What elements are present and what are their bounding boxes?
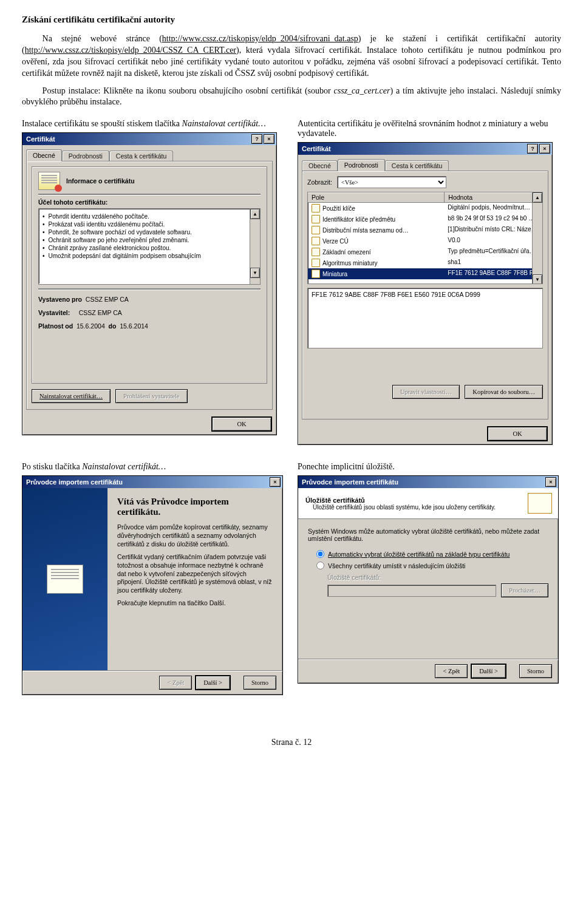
wizard-footer: < Zpět Další > Storno: [22, 670, 282, 695]
issuer-value: CSSZ EMP CA: [79, 309, 122, 316]
cell-value: [1]Distribuční místo CRL: Náze…: [444, 225, 542, 236]
listview-header: Pole Hodnota: [308, 192, 542, 203]
close-button[interactable]: ×: [539, 144, 550, 154]
radio-auto[interactable]: Automaticky vybrat úložiště certifikátů …: [316, 548, 548, 560]
close-button[interactable]: ×: [545, 477, 556, 487]
store-path-input: [327, 585, 496, 597]
page-title: Získání certifikátu certifikační autorit…: [22, 15, 561, 25]
listview-row[interactable]: Algoritmus miniaturysha1: [308, 257, 542, 268]
issuer-row: Vystavitel: CSSZ EMP CA: [38, 309, 261, 316]
field-icon: [312, 259, 320, 267]
cell-field: Použití klíče: [322, 205, 355, 212]
titlebar[interactable]: Průvodce importem certifikátu ×: [298, 476, 558, 488]
validity-row: Platnost od 15.6.2004 do 15.6.2014: [38, 322, 261, 330]
next-button[interactable]: Další >: [471, 664, 506, 678]
field-icon: [312, 204, 320, 212]
issued-to-row: Vystaveno pro CSSZ EMP CA: [38, 296, 261, 303]
ok-button[interactable]: OK: [212, 417, 271, 431]
link-cert-cer[interactable]: http://www.cssz.cz/tiskopisy/eldp_2004/C…: [25, 46, 236, 55]
wizard-body-text: Systém Windows může automaticky vybrat ú…: [308, 528, 548, 542]
dialog-cert-details: Certifikát ? × Obecné Podrobnosti Cesta …: [298, 142, 553, 445]
col-left-1: Instalace certifikátu se spouští stiskem…: [22, 119, 285, 445]
field-icon: [312, 237, 320, 245]
scroll-track[interactable]: [250, 219, 260, 268]
help-button[interactable]: ?: [251, 134, 262, 144]
ok-button[interactable]: OK: [488, 427, 547, 441]
cell-value: FF1E 7612 9ABE C88F 7F8B F…: [444, 268, 542, 279]
tabpanel-details: Zobrazit: <Vše> Pole Hodnota Použití klí…: [302, 171, 548, 420]
scroll-down-icon[interactable]: ▼: [533, 274, 542, 284]
copy-to-file-button[interactable]: Kopírovat do souboru…: [465, 385, 543, 399]
valid-to-label: do: [109, 322, 117, 330]
scroll-track[interactable]: [533, 203, 542, 274]
text: Na stejné webové stránce (: [43, 34, 162, 43]
listview-row[interactable]: Základní omezeníTyp předmětu=Certifikačn…: [308, 246, 542, 257]
listview-row[interactable]: Distribuční místa seznamu od…[1]Distribu…: [308, 225, 542, 236]
radio-manual-label: Všechny certifikáty umístit v následujíc…: [328, 562, 465, 569]
titlebar[interactable]: Certifikát ? ×: [22, 133, 276, 145]
tab-general[interactable]: Obecné: [26, 149, 62, 161]
link-sifrovani[interactable]: http://www.cssz.cz/tiskopisy/eldp_2004/s…: [162, 34, 358, 43]
help-button[interactable]: ?: [527, 144, 538, 154]
dialog-wizard-store: Průvodce importem certifikátu × Úložiště…: [298, 475, 559, 684]
show-select[interactable]: <Vše>: [337, 176, 446, 188]
dialog-wizard-intro: Průvodce importem certifikátu × Vítá vás…: [22, 475, 283, 695]
listview-row[interactable]: Identifikátor klíče předmětub8 9b 24 9f …: [308, 214, 542, 225]
show-label: Zobrazit:: [307, 178, 332, 186]
listview-row[interactable]: Použití klíčeDigitální podpis, Neodmítnu…: [308, 203, 542, 214]
wizard-step-sub: Úložiště certifikátů jsou oblasti systém…: [313, 504, 528, 511]
cell-field: Verze CÚ: [322, 238, 349, 245]
info-title: Informace o certifikátu: [66, 177, 135, 185]
divider: [38, 194, 261, 195]
radio-manual-input[interactable]: [316, 562, 324, 569]
wizard-header: Úložiště certifikátů Úložiště certifikát…: [298, 488, 558, 519]
purpose-item: Ochránit software po jeho zveřejnění pře…: [43, 236, 256, 244]
valid-to-value: 15.6.2014: [120, 322, 148, 330]
browse-button: Procházet…: [501, 583, 548, 597]
certificate-doc-icon: [47, 565, 83, 594]
scroll-up-icon[interactable]: ▲: [250, 209, 260, 219]
titlebar[interactable]: Certifikát ? ×: [298, 143, 552, 155]
close-button[interactable]: ×: [264, 134, 274, 144]
title-text: Průvodce importem certifikátu: [26, 478, 268, 486]
cancel-button[interactable]: Storno: [244, 676, 276, 690]
listview-row-selected[interactable]: MiniaturaFF1E 7612 9ABE C88F 7F8B F…: [308, 268, 542, 279]
text-ital: Nainstalovat certifikát…: [182, 119, 266, 128]
wizard-main: Vítá vás Průvodce importem certifikátu. …: [107, 488, 282, 670]
radio-auto-label: Automaticky vybrat úložiště certifikátů …: [328, 551, 510, 558]
scroll-down-icon[interactable]: ▼: [250, 268, 260, 278]
wizard-body: Systém Windows může automaticky vybrat ú…: [298, 519, 558, 659]
back-button[interactable]: < Zpět: [435, 664, 468, 678]
tabpanel-general: Informace o certifikátu Účel tohoto cert…: [26, 161, 273, 410]
wizard-p3: Pokračujte klepnutím na tlačítko Další.: [117, 599, 273, 608]
listview-row[interactable]: Verze CÚV0.0: [308, 236, 542, 246]
install-cert-button[interactable]: Nainstalovat certifikát…: [32, 389, 111, 403]
radio-manual[interactable]: Všechny certifikáty umístit v následujíc…: [316, 560, 548, 571]
tab-details[interactable]: Podrobnosti: [338, 159, 385, 171]
close-button[interactable]: ×: [270, 477, 281, 487]
cancel-button[interactable]: Storno: [519, 664, 552, 678]
radio-group-store: Automaticky vybrat úložiště certifikátů …: [316, 548, 548, 597]
wizard-sidebar: [22, 488, 107, 670]
store-subfield: Úložiště certifikátů:: [327, 574, 548, 581]
issued-to-value: CSSZ EMP CA: [86, 296, 129, 303]
scrollbar[interactable]: ▲ ▼: [250, 209, 260, 284]
purpose-item: Prokázat vaši identitu vzdálenému počíta…: [43, 220, 256, 228]
scroll-up-icon[interactable]: ▲: [533, 192, 542, 203]
divider: [38, 288, 261, 290]
fields-listview[interactable]: Pole Hodnota Použití klíčeDigitální podp…: [307, 192, 543, 284]
row-2: Po stisku tlačítka Nainstalovat certifik…: [22, 462, 561, 695]
col-value[interactable]: Hodnota: [445, 192, 542, 202]
text: Po stisku tlačítka: [22, 462, 82, 471]
purpose-heading: Účel tohoto certifikátu:: [38, 199, 261, 206]
issued-to-label: Vystaveno pro: [38, 296, 82, 303]
purpose-item: Chránit zprávy zasílané elektronickou po…: [43, 244, 256, 252]
titlebar[interactable]: Průvodce importem certifikátu ×: [22, 476, 282, 488]
next-button[interactable]: Další >: [196, 676, 230, 690]
radio-auto-input[interactable]: [316, 550, 324, 558]
cell-value: Typ předmětu=Certifikační úřa…: [444, 246, 542, 257]
tabstrip: Obecné Podrobnosti Cesta k certifikátu: [22, 145, 276, 161]
scrollbar[interactable]: ▲ ▼: [532, 192, 542, 284]
cell-value: Digitální podpis, Neodmítnut…: [444, 203, 542, 214]
col-field[interactable]: Pole: [308, 192, 445, 202]
